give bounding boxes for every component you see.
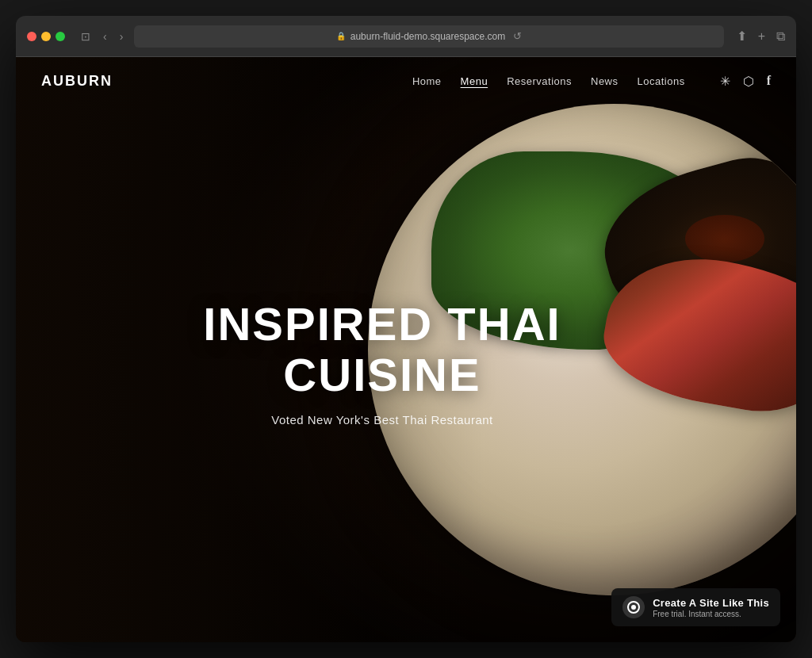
- squarespace-logo: [622, 596, 645, 618]
- yelp-icon[interactable]: ✳: [720, 74, 730, 89]
- browser-controls: ⊡ ‹ ›: [78, 29, 126, 44]
- minimize-button[interactable]: [41, 32, 51, 41]
- address-bar[interactable]: 🔒 auburn-fluid-demo.squarespace.com ↺: [134, 25, 723, 48]
- browser-actions: ⬆ + ⧉: [737, 29, 785, 44]
- nav-social: ✳ ⬡ f: [720, 74, 771, 89]
- squarespace-logo-dot: [631, 605, 636, 610]
- new-tab-icon[interactable]: +: [758, 29, 765, 44]
- hero-subtitle: Voted New York's Best Thai Restaurant: [16, 412, 764, 426]
- hero-title-line1: INSPIRED THAI: [203, 298, 561, 350]
- maximize-button[interactable]: [56, 32, 65, 41]
- navigation: AUBURN Home Menu Reservations News Locat…: [16, 57, 796, 105]
- browser-chrome: ⊡ ‹ › 🔒 auburn-fluid-demo.squarespace.co…: [16, 16, 796, 57]
- url-text: auburn-fluid-demo.squarespace.com: [350, 31, 505, 42]
- site-logo[interactable]: AUBURN: [41, 73, 113, 90]
- window-icon[interactable]: ⊡: [78, 29, 94, 44]
- squarespace-badge-text: Create A Site Like This Free trial. Inst…: [653, 597, 769, 618]
- nav-menu[interactable]: Menu: [461, 75, 488, 87]
- browser-window: ⊡ ‹ › 🔒 auburn-fluid-demo.squarespace.co…: [16, 16, 796, 642]
- back-button[interactable]: ‹: [100, 29, 110, 44]
- share-icon[interactable]: ⬆: [737, 29, 747, 44]
- tabs-icon[interactable]: ⧉: [776, 29, 785, 44]
- squarespace-badge-title: Create A Site Like This: [653, 597, 769, 609]
- nav-reservations[interactable]: Reservations: [507, 75, 572, 87]
- nav-news[interactable]: News: [591, 75, 619, 87]
- nav-links: Home Menu Reservations News Locations ✳ …: [412, 74, 771, 89]
- nav-home[interactable]: Home: [412, 75, 442, 87]
- nav-locations[interactable]: Locations: [638, 75, 685, 87]
- hero-title: INSPIRED THAI CUISINE: [16, 299, 764, 400]
- hero-title-line2: CUISINE: [283, 349, 481, 400]
- hero-content: INSPIRED THAI CUISINE Voted New York's B…: [16, 299, 796, 427]
- instagram-icon[interactable]: ⬡: [743, 74, 754, 89]
- lock-icon: 🔒: [336, 32, 346, 40]
- squarespace-badge-subtitle: Free trial. Instant access.: [653, 610, 769, 618]
- close-button[interactable]: [27, 32, 36, 41]
- traffic-lights: [27, 32, 65, 41]
- reload-icon[interactable]: ↺: [513, 30, 522, 42]
- facebook-icon[interactable]: f: [767, 74, 771, 88]
- forward-button[interactable]: ›: [117, 29, 127, 44]
- website-content: AUBURN Home Menu Reservations News Locat…: [16, 57, 796, 642]
- squarespace-badge[interactable]: Create A Site Like This Free trial. Inst…: [611, 588, 780, 626]
- squarespace-logo-inner: [627, 601, 640, 614]
